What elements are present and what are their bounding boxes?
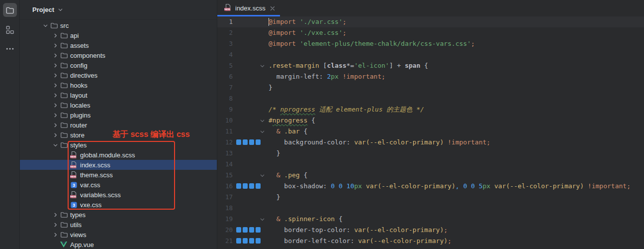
color-swatch-icon[interactable] xyxy=(236,139,241,145)
tree-item-locales[interactable]: locales xyxy=(20,100,217,110)
line-number: 14 xyxy=(217,159,233,170)
fold-chevron-down-icon[interactable] xyxy=(259,128,265,134)
tree-item-index.scss[interactable]: SASSindex.scss xyxy=(20,160,217,170)
code-line-13[interactable]: 13 } xyxy=(217,148,644,159)
tree-item-types[interactable]: types xyxy=(20,210,217,220)
code-line-4[interactable]: 4 xyxy=(217,49,644,60)
more-icon xyxy=(6,48,14,50)
chevron-right-icon[interactable] xyxy=(51,31,59,39)
tab-index-scss[interactable]: SASS index.scss xyxy=(217,0,280,16)
code-line-16[interactable]: 16 box-shadow: 0 0 10px var(--el-color-p… xyxy=(217,181,644,192)
tree-item-views[interactable]: views xyxy=(20,230,217,240)
color-swatch-icon[interactable] xyxy=(256,183,261,189)
code-line-19[interactable]: 19 & .spinner-icon { xyxy=(217,214,644,225)
project-tool-button[interactable] xyxy=(3,3,17,17)
tree-item-assets[interactable]: assets xyxy=(20,40,217,50)
more-tools-button[interactable] xyxy=(3,42,17,56)
code-line-6[interactable]: 6 margin-left: 2px !important; xyxy=(217,71,644,82)
color-swatch-icon[interactable] xyxy=(256,139,261,145)
color-swatches[interactable] xyxy=(236,227,262,233)
chevron-down-icon[interactable] xyxy=(41,21,49,29)
chevron-right-icon[interactable] xyxy=(51,131,59,139)
color-swatch-icon[interactable] xyxy=(236,183,241,189)
tree-item-var.css[interactable]: 3var.css xyxy=(20,180,217,190)
code-line-5[interactable]: 5.reset-margin [class*='el-icon'] + span… xyxy=(217,60,644,71)
fold-chevron-down-icon[interactable] xyxy=(259,216,265,222)
color-swatch-icon[interactable] xyxy=(256,238,261,244)
code-line-9[interactable]: 9/* nprogress 适配 element-plus 的主题色 */ xyxy=(217,104,644,115)
chevron-right-icon[interactable] xyxy=(51,41,59,49)
code-area[interactable]: 1@import './var.css';2@import './vxe.css… xyxy=(217,16,644,249)
color-swatches[interactable] xyxy=(236,183,262,189)
chevron-down-icon[interactable] xyxy=(51,141,59,149)
tree-item-App.vue[interactable]: App.vue xyxy=(20,240,217,249)
structure-tool-button[interactable] xyxy=(3,23,17,37)
code-line-2[interactable]: 2@import './vxe.css'; xyxy=(217,27,644,38)
tree-item-config[interactable]: config xyxy=(20,60,217,70)
color-swatch-icon[interactable] xyxy=(236,238,241,244)
tree-item-utils[interactable]: utils xyxy=(20,220,217,230)
tree-item-components[interactable]: components xyxy=(20,50,217,60)
color-swatch-icon[interactable] xyxy=(243,183,248,189)
tree-item-layout[interactable]: layout xyxy=(20,90,217,100)
code-line-10[interactable]: 10#nprogress { xyxy=(217,115,644,126)
tree-item-vxe.css[interactable]: 3vxe.css xyxy=(20,200,217,210)
fold-chevron-down-icon[interactable] xyxy=(259,63,265,69)
color-swatch-icon[interactable] xyxy=(256,227,261,233)
color-swatch-icon[interactable] xyxy=(243,227,248,233)
code-line-3[interactable]: 3@import 'element-plus/theme-chalk/dark/… xyxy=(217,38,644,49)
svg-text:SASS: SASS xyxy=(70,165,76,168)
code-line-21[interactable]: 21 border-left-color: var(--el-color-pri… xyxy=(217,236,644,247)
color-swatches[interactable] xyxy=(236,238,262,244)
tree-item-router[interactable]: router xyxy=(20,120,217,130)
chevron-right-icon[interactable] xyxy=(51,71,59,79)
color-swatch-icon[interactable] xyxy=(249,139,254,145)
tree-item-api[interactable]: api xyxy=(20,30,217,40)
color-swatch-icon[interactable] xyxy=(243,139,248,145)
fold-chevron-down-icon[interactable] xyxy=(259,172,265,178)
tree-item-theme.scss[interactable]: SASStheme.scss xyxy=(20,170,217,180)
folder-icon xyxy=(60,81,68,89)
chevron-right-icon[interactable] xyxy=(51,61,59,69)
tree-item-directives[interactable]: directives xyxy=(20,70,217,80)
folder-icon xyxy=(60,121,68,129)
code-line-7[interactable]: 7} xyxy=(217,82,644,93)
color-swatch-icon[interactable] xyxy=(236,227,241,233)
chevron-right-icon[interactable] xyxy=(51,211,59,219)
code-line-20[interactable]: 20 border-top-color: var(--el-color-prim… xyxy=(217,225,644,236)
tree-item-src[interactable]: src xyxy=(20,20,217,30)
close-icon[interactable] xyxy=(270,5,275,11)
chevron-right-icon[interactable] xyxy=(51,111,59,119)
code-line-17[interactable]: 17 } xyxy=(217,192,644,203)
code-line-12[interactable]: 12 background-color: var(--el-color-prim… xyxy=(217,137,644,148)
code-line-18[interactable]: 18 xyxy=(217,203,644,214)
color-swatch-icon[interactable] xyxy=(249,238,254,244)
color-swatch-icon[interactable] xyxy=(249,227,254,233)
code-line-15[interactable]: 15 & .peg { xyxy=(217,170,644,181)
color-swatch-icon[interactable] xyxy=(249,183,254,189)
chevron-right-icon[interactable] xyxy=(51,221,59,229)
tree-item-hooks[interactable]: hooks xyxy=(20,80,217,90)
chevron-right-icon[interactable] xyxy=(51,51,59,59)
tree-item-global.module.scss[interactable]: SASSglobal.module.scss xyxy=(20,150,217,160)
tree-item-variables.scss[interactable]: SASSvariables.scss xyxy=(20,190,217,200)
tree-item-plugins[interactable]: plugins xyxy=(20,110,217,120)
project-panel-header[interactable]: Project xyxy=(20,0,217,20)
chevron-right-icon[interactable] xyxy=(51,231,59,239)
indent-spacer xyxy=(61,171,69,179)
code-line-1[interactable]: 1@import './var.css'; xyxy=(217,16,644,27)
tree-item-label: store xyxy=(70,131,85,139)
line-number: 19 xyxy=(217,214,233,225)
fold-chevron-down-icon[interactable] xyxy=(259,118,265,124)
color-swatch-icon[interactable] xyxy=(243,238,248,244)
color-swatches[interactable] xyxy=(236,139,262,145)
chevron-right-icon[interactable] xyxy=(51,91,59,99)
tree-item-styles[interactable]: styles xyxy=(20,140,217,150)
code-line-8[interactable]: 8 xyxy=(217,93,644,104)
code-line-14[interactable]: 14 xyxy=(217,159,644,170)
chevron-right-icon[interactable] xyxy=(51,121,59,129)
chevron-right-icon[interactable] xyxy=(51,101,59,109)
code-line-11[interactable]: 11 & .bar { xyxy=(217,126,644,137)
chevron-down-icon[interactable] xyxy=(58,7,63,12)
chevron-right-icon[interactable] xyxy=(51,81,59,89)
